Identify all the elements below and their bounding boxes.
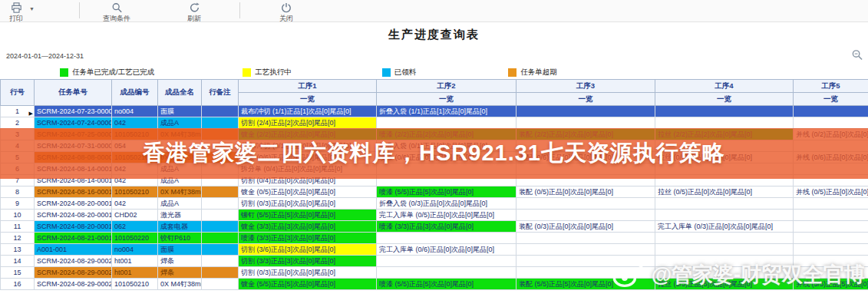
close-button[interactable]: 关闭 (270, 1, 302, 23)
process-status-cell[interactable] (377, 256, 517, 267)
process-status-cell[interactable]: 喷漆 (5/5)正品[5]次品[0]尾品[0] (377, 187, 517, 198)
product-number-cell[interactable]: ht001 (112, 256, 158, 267)
product-number-cell[interactable]: 101050210 (112, 187, 158, 198)
row-remark-cell[interactable] (202, 279, 239, 290)
row-number-cell[interactable]: 8 (1, 187, 35, 198)
task-number-cell[interactable]: SCRM-2024-07-24-00002 (35, 117, 112, 129)
process-status-cell[interactable] (517, 244, 655, 256)
process-status-cell[interactable] (794, 117, 868, 129)
task-number-cell[interactable]: SCRM-2024-08-20-00016 (35, 221, 112, 233)
refresh-button[interactable]: 刷新 (178, 1, 210, 23)
process-status-cell[interactable] (655, 117, 794, 129)
process-status-cell[interactable] (655, 244, 794, 256)
process-status-cell[interactable] (517, 233, 655, 244)
table-row[interactable]: 9SCRM-2024-08-20-00013042成品A切割 (0/3)正品[0… (1, 198, 868, 210)
process-status-cell[interactable] (655, 106, 794, 117)
row-number-cell[interactable]: 15 (1, 267, 35, 279)
row-remark-cell[interactable] (202, 256, 239, 267)
row-number-cell[interactable]: 2 (1, 117, 35, 129)
row-remark-cell[interactable] (202, 117, 239, 129)
row-remark-cell[interactable] (202, 106, 239, 117)
product-number-cell[interactable]: no004 (112, 244, 158, 256)
process-status-cell[interactable] (517, 106, 655, 117)
task-number-cell[interactable]: SCRM-2024-07-23-00001 (35, 106, 112, 117)
product-name-cell[interactable]: 焊条 (158, 267, 202, 279)
task-number-cell[interactable]: SCRM-2024-08-29-00022 (35, 279, 112, 290)
row-remark-cell[interactable] (202, 198, 239, 210)
table-row[interactable]: 1▶SCRM-2024-07-23-00001no004面膜裁布/冲切 (1/1… (1, 106, 868, 117)
row-number-cell[interactable]: 12 (1, 233, 35, 244)
product-name-cell[interactable]: 面膜 (158, 244, 202, 256)
row-remark-cell[interactable] (202, 233, 239, 244)
row-number-cell[interactable]: 14 (1, 256, 35, 267)
query-conditions-button[interactable]: 查询条件 (96, 1, 137, 23)
process-status-cell[interactable] (794, 210, 868, 221)
process-status-cell[interactable]: 镀金 (5/5)正品[5]次品[0]尾品[0] (239, 279, 377, 290)
column-header[interactable]: 成品全名 (158, 80, 202, 106)
process-column-header[interactable]: 工序1 (239, 80, 377, 93)
table-row[interactable]: 10SCRM-2024-08-20-00014CHD02激光器铆钉 (5/5)正… (1, 210, 868, 221)
task-number-cell[interactable]: SCRM-2024-08-29-00020 (35, 256, 112, 267)
product-number-cell[interactable]: 101050220 (112, 233, 158, 244)
process-subheader[interactable]: 一览 (794, 93, 868, 106)
product-number-cell[interactable]: 062 (112, 221, 158, 233)
row-remark-cell[interactable] (202, 187, 239, 198)
process-status-cell[interactable] (794, 244, 868, 256)
process-status-cell[interactable] (517, 117, 655, 129)
product-number-cell[interactable]: 042 (112, 198, 158, 210)
row-number-cell[interactable]: 10 (1, 210, 35, 221)
process-status-cell[interactable]: 裁布/冲切 (1/1)正品[1]次品[0]尾品[0] (239, 106, 377, 117)
product-number-cell[interactable]: ht001 (112, 267, 158, 279)
production-progress-table[interactable]: 行号任务单号成品编号成品全名行备注工序1工序2工序3工序4工序5一览一览一览一览… (0, 79, 868, 290)
process-status-cell[interactable]: 喷漆 (3/3)正品[3]次品[0]尾品[0] (239, 233, 377, 244)
process-status-cell[interactable]: 装配 (0/3)正品[0]次品[0]尾品[0] (517, 221, 655, 233)
process-status-cell[interactable]: 切割 (0/3)正品[0]次品[0]尾品[0] (239, 267, 377, 279)
table-row[interactable]: 12SCRM-2024-08-21-00017101050220铰钉P610喷漆… (1, 233, 868, 244)
process-column-header[interactable]: 工序4 (655, 80, 794, 93)
column-header[interactable]: 行号 (1, 80, 35, 106)
process-subheader[interactable]: 一览 (239, 93, 377, 106)
process-status-cell[interactable]: 喷漆 (3/3)正品[3]次品[0]尾品[0] (377, 221, 517, 233)
process-status-cell[interactable]: 并线 (0/5)正品[0]次品[0]尾品[0] (794, 187, 868, 198)
process-status-cell[interactable]: 镀金 (3/3)正品[3]次品[0]尾品[0] (239, 221, 377, 233)
product-name-cell[interactable]: 成品A (158, 198, 202, 210)
grid-search-icon[interactable] (851, 49, 863, 64)
table-row[interactable]: 13A001-001no004面膜切割 (3/6)正品[3]次品[0]尾品[0]… (1, 244, 868, 256)
product-name-cell[interactable]: 0X M4钉38mm(2000) (158, 279, 202, 290)
process-column-header[interactable]: 工序2 (377, 80, 517, 93)
print-dropdown-caret[interactable]: ▼ (29, 6, 35, 12)
product-name-cell[interactable]: 铰钉P610 (158, 233, 202, 244)
process-status-cell[interactable] (794, 233, 868, 244)
process-status-cell[interactable]: 喷漆 (5/5)正品[5]次品[0]尾品[0] (377, 279, 517, 290)
process-status-cell[interactable]: 镀金 (0/5)正品[0]次品[0]尾品[0] (239, 187, 377, 198)
column-header[interactable]: 任务单号 (35, 80, 112, 106)
product-number-cell[interactable]: 101050210 (112, 279, 158, 290)
row-remark-cell[interactable] (202, 210, 239, 221)
task-number-cell[interactable]: SCRM-2024-08-29-00021 (35, 267, 112, 279)
process-status-cell[interactable]: 切割 (2/4)正品[2]次品[0]尾品[0] (239, 117, 377, 129)
product-name-cell[interactable]: 成套电器 (158, 221, 202, 233)
process-status-cell[interactable]: 切割 (3/6)正品[3]次品[0]尾品[0] (239, 244, 377, 256)
process-status-cell[interactable]: 拉丝 (0/5)正品[0]次品[0]尾品[0] (655, 187, 794, 198)
column-header[interactable]: 行备注 (202, 80, 239, 106)
process-status-cell[interactable]: 完工入库单 (0/6)正品[0]次品[0]尾品[0] (377, 244, 517, 256)
process-status-cell[interactable]: 铆钉 (5/5)正品[5]次品[0]尾品[0] (239, 210, 377, 221)
table-row[interactable]: 2SCRM-2024-07-24-00002042成品A切割 (2/4)正品[2… (1, 117, 868, 129)
process-status-cell[interactable] (517, 210, 655, 221)
row-number-cell[interactable]: 16 (1, 279, 35, 290)
process-status-cell[interactable] (377, 233, 517, 244)
row-number-cell[interactable]: 11 (1, 221, 35, 233)
row-number-cell[interactable]: 1▶ (1, 106, 35, 117)
process-status-cell[interactable] (655, 233, 794, 244)
row-remark-cell[interactable] (202, 244, 239, 256)
product-name-cell[interactable]: 激光器 (158, 210, 202, 221)
row-remark-cell[interactable] (202, 267, 239, 279)
product-number-cell[interactable]: 042 (112, 117, 158, 129)
process-status-cell[interactable] (655, 210, 794, 221)
task-number-cell[interactable]: A001-001 (35, 244, 112, 256)
product-name-cell[interactable]: 面膜 (158, 106, 202, 117)
table-row[interactable]: 8SCRM-2024-08-16-000121010502100X M4钉38m… (1, 187, 868, 198)
process-status-cell[interactable]: 切割 (0/3)正品[0]次品[0]尾品[0] (239, 198, 377, 210)
process-status-cell[interactable]: 折叠入袋 (0/3)正品[0]次品[0]尾品[0] (377, 198, 517, 210)
process-status-cell[interactable] (377, 117, 517, 129)
